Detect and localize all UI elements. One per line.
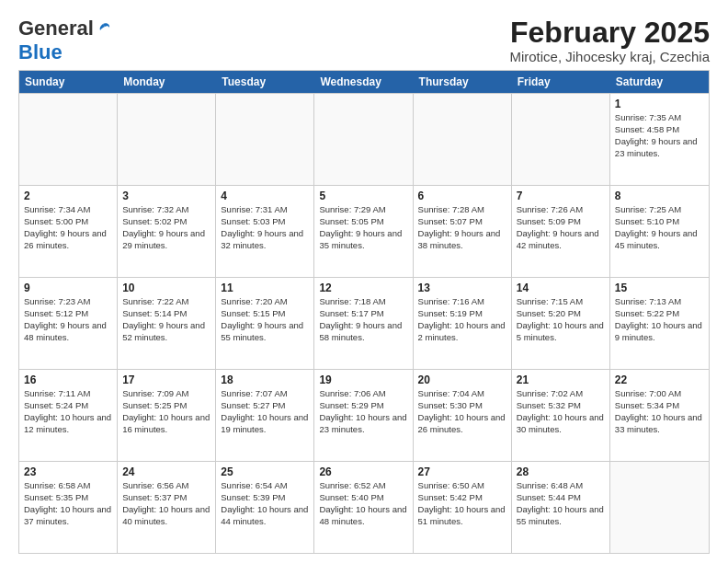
day-number: 6 <box>418 190 506 202</box>
day-number: 18 <box>221 373 309 386</box>
day-cell-17: 17Sunrise: 7:09 AM Sunset: 5:25 PM Dayli… <box>118 370 216 461</box>
day-info: Sunrise: 7:13 AM Sunset: 5:22 PM Dayligh… <box>615 296 704 343</box>
day-number: 14 <box>517 282 605 294</box>
empty-cell-0-5 <box>512 94 610 185</box>
weekday-header-thursday: Thursday <box>414 71 512 93</box>
day-info: Sunrise: 6:56 AM Sunset: 5:37 PM Dayligh… <box>122 480 210 527</box>
day-number: 26 <box>319 465 407 478</box>
empty-cell-4-6 <box>610 462 709 553</box>
day-number: 19 <box>319 373 407 386</box>
day-number: 2 <box>24 190 112 202</box>
day-cell-28: 28Sunrise: 6:48 AM Sunset: 5:44 PM Dayli… <box>512 462 610 553</box>
day-cell-12: 12Sunrise: 7:18 AM Sunset: 5:17 PM Dayli… <box>314 278 413 369</box>
day-info: Sunrise: 7:31 AM Sunset: 5:03 PM Dayligh… <box>221 204 309 251</box>
day-info: Sunrise: 7:35 AM Sunset: 4:58 PM Dayligh… <box>615 112 704 159</box>
day-cell-22: 22Sunrise: 7:00 AM Sunset: 5:34 PM Dayli… <box>610 370 709 461</box>
empty-cell-0-1 <box>118 94 216 185</box>
calendar-row-4: 23Sunrise: 6:58 AM Sunset: 5:35 PM Dayli… <box>19 461 709 553</box>
day-number: 21 <box>517 373 605 386</box>
day-number: 13 <box>418 282 506 294</box>
day-number: 4 <box>221 190 309 202</box>
empty-cell-0-2 <box>216 94 314 185</box>
logo-blue: Blue <box>18 40 63 64</box>
day-info: Sunrise: 7:00 AM Sunset: 5:34 PM Dayligh… <box>615 388 704 435</box>
day-info: Sunrise: 6:54 AM Sunset: 5:39 PM Dayligh… <box>221 480 309 527</box>
page-title: February 2025 <box>509 17 710 49</box>
day-info: Sunrise: 7:02 AM Sunset: 5:32 PM Dayligh… <box>517 388 605 435</box>
page: General Blue February 2025 Mirotice, Jih… <box>0 0 728 563</box>
day-info: Sunrise: 7:18 AM Sunset: 5:17 PM Dayligh… <box>319 296 407 343</box>
logo-general: General <box>18 17 111 40</box>
day-info: Sunrise: 6:58 AM Sunset: 5:35 PM Dayligh… <box>24 480 112 527</box>
header: General Blue February 2025 Mirotice, Jih… <box>18 17 710 64</box>
calendar-row-1: 2Sunrise: 7:34 AM Sunset: 5:00 PM Daylig… <box>19 185 709 277</box>
empty-cell-0-3 <box>314 94 413 185</box>
calendar-header: SundayMondayTuesdayWednesdayThursdayFrid… <box>19 71 709 93</box>
day-cell-6: 6Sunrise: 7:28 AM Sunset: 5:07 PM Daylig… <box>414 186 512 277</box>
day-cell-9: 9Sunrise: 7:23 AM Sunset: 5:12 PM Daylig… <box>19 278 118 369</box>
day-cell-14: 14Sunrise: 7:15 AM Sunset: 5:20 PM Dayli… <box>512 278 610 369</box>
day-cell-20: 20Sunrise: 7:04 AM Sunset: 5:30 PM Dayli… <box>414 370 512 461</box>
day-info: Sunrise: 7:16 AM Sunset: 5:19 PM Dayligh… <box>418 296 506 343</box>
day-cell-19: 19Sunrise: 7:06 AM Sunset: 5:29 PM Dayli… <box>314 370 413 461</box>
day-info: Sunrise: 6:48 AM Sunset: 5:44 PM Dayligh… <box>517 480 605 527</box>
day-number: 17 <box>122 373 210 386</box>
day-info: Sunrise: 7:06 AM Sunset: 5:29 PM Dayligh… <box>319 388 407 435</box>
day-cell-13: 13Sunrise: 7:16 AM Sunset: 5:19 PM Dayli… <box>414 278 512 369</box>
day-cell-1: 1Sunrise: 7:35 AM Sunset: 4:58 PM Daylig… <box>610 94 709 185</box>
weekday-header-friday: Friday <box>512 71 610 93</box>
day-cell-26: 26Sunrise: 6:52 AM Sunset: 5:40 PM Dayli… <box>314 462 413 553</box>
day-info: Sunrise: 6:50 AM Sunset: 5:42 PM Dayligh… <box>418 480 506 527</box>
calendar: SundayMondayTuesdayWednesdayThursdayFrid… <box>18 70 710 554</box>
day-number: 3 <box>122 190 210 202</box>
weekday-header-saturday: Saturday <box>610 71 709 93</box>
day-info: Sunrise: 6:52 AM Sunset: 5:40 PM Dayligh… <box>319 480 407 527</box>
day-cell-15: 15Sunrise: 7:13 AM Sunset: 5:22 PM Dayli… <box>610 278 709 369</box>
day-number: 27 <box>418 465 506 478</box>
logo: General Blue <box>18 17 111 64</box>
day-number: 11 <box>221 282 309 294</box>
calendar-row-3: 16Sunrise: 7:11 AM Sunset: 5:24 PM Dayli… <box>19 369 709 461</box>
day-info: Sunrise: 7:22 AM Sunset: 5:14 PM Dayligh… <box>122 296 210 343</box>
day-number: 10 <box>122 282 210 294</box>
day-info: Sunrise: 7:34 AM Sunset: 5:00 PM Dayligh… <box>24 204 112 251</box>
day-info: Sunrise: 7:07 AM Sunset: 5:27 PM Dayligh… <box>221 388 309 435</box>
day-number: 12 <box>319 282 407 294</box>
logo-bird-icon <box>95 21 111 38</box>
day-number: 20 <box>418 373 506 386</box>
day-cell-23: 23Sunrise: 6:58 AM Sunset: 5:35 PM Dayli… <box>19 462 118 553</box>
weekday-header-tuesday: Tuesday <box>216 71 314 93</box>
day-cell-4: 4Sunrise: 7:31 AM Sunset: 5:03 PM Daylig… <box>216 186 314 277</box>
day-info: Sunrise: 7:32 AM Sunset: 5:02 PM Dayligh… <box>122 204 210 251</box>
day-number: 16 <box>24 373 112 386</box>
empty-cell-0-4 <box>414 94 512 185</box>
day-cell-24: 24Sunrise: 6:56 AM Sunset: 5:37 PM Dayli… <box>118 462 216 553</box>
day-cell-2: 2Sunrise: 7:34 AM Sunset: 5:00 PM Daylig… <box>19 186 118 277</box>
day-number: 24 <box>122 465 210 478</box>
calendar-row-0: 1Sunrise: 7:35 AM Sunset: 4:58 PM Daylig… <box>19 93 709 185</box>
day-info: Sunrise: 7:28 AM Sunset: 5:07 PM Dayligh… <box>418 204 506 251</box>
day-cell-11: 11Sunrise: 7:20 AM Sunset: 5:15 PM Dayli… <box>216 278 314 369</box>
calendar-row-2: 9Sunrise: 7:23 AM Sunset: 5:12 PM Daylig… <box>19 277 709 369</box>
day-number: 5 <box>319 190 407 202</box>
day-cell-16: 16Sunrise: 7:11 AM Sunset: 5:24 PM Dayli… <box>19 370 118 461</box>
day-number: 1 <box>615 98 704 110</box>
day-info: Sunrise: 7:20 AM Sunset: 5:15 PM Dayligh… <box>221 296 309 343</box>
day-cell-25: 25Sunrise: 6:54 AM Sunset: 5:39 PM Dayli… <box>216 462 314 553</box>
day-cell-27: 27Sunrise: 6:50 AM Sunset: 5:42 PM Dayli… <box>414 462 512 553</box>
day-info: Sunrise: 7:23 AM Sunset: 5:12 PM Dayligh… <box>24 296 112 343</box>
day-number: 22 <box>615 373 704 386</box>
weekday-header-monday: Monday <box>118 71 216 93</box>
day-info: Sunrise: 7:15 AM Sunset: 5:20 PM Dayligh… <box>517 296 605 343</box>
title-block: February 2025 Mirotice, Jihocesky kraj, … <box>509 17 710 64</box>
weekday-header-sunday: Sunday <box>19 71 118 93</box>
day-number: 9 <box>24 282 112 294</box>
day-number: 7 <box>517 190 605 202</box>
day-number: 25 <box>221 465 309 478</box>
day-cell-18: 18Sunrise: 7:07 AM Sunset: 5:27 PM Dayli… <box>216 370 314 461</box>
day-cell-10: 10Sunrise: 7:22 AM Sunset: 5:14 PM Dayli… <box>118 278 216 369</box>
weekday-header-wednesday: Wednesday <box>314 71 413 93</box>
day-info: Sunrise: 7:26 AM Sunset: 5:09 PM Dayligh… <box>517 204 605 251</box>
calendar-body: 1Sunrise: 7:35 AM Sunset: 4:58 PM Daylig… <box>19 93 709 553</box>
day-cell-5: 5Sunrise: 7:29 AM Sunset: 5:05 PM Daylig… <box>314 186 413 277</box>
